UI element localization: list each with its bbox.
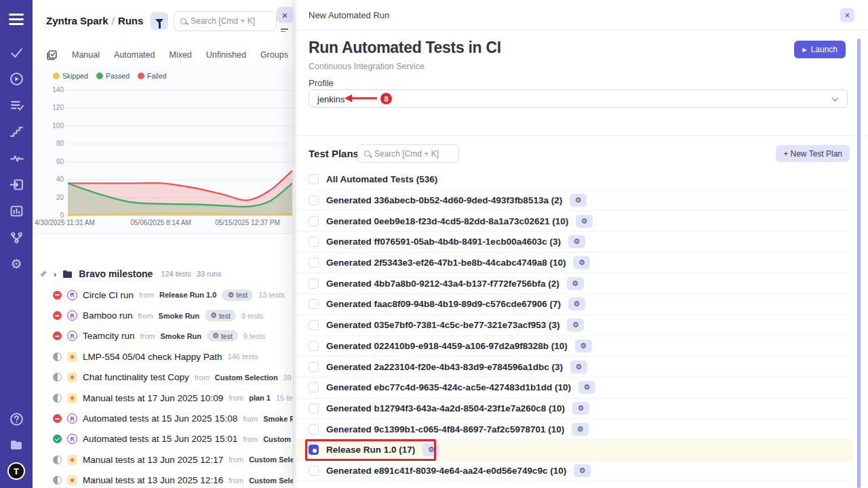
plan-settings-button[interactable]: ⚙ xyxy=(573,256,590,269)
plan-checkbox[interactable] xyxy=(309,341,319,351)
test-plan-row[interactable]: All Automated Tests (536) xyxy=(296,169,853,190)
new-test-plan-button[interactable]: + New Test Plan xyxy=(776,145,850,162)
plan-settings-button[interactable]: ⚙ xyxy=(422,443,439,456)
x-tick-label: 05/15/2025 12:37 PM xyxy=(215,219,280,226)
run-row[interactable]: RTeamcity runfromSmoke Run⚙test9 tests xyxy=(33,326,293,346)
settings-gear-icon[interactable]: ⚙ xyxy=(10,257,22,271)
scrollbar[interactable] xyxy=(857,39,861,488)
menu-icon[interactable] xyxy=(9,11,24,28)
x-tick-label: 4/30/2025 11:31 AM xyxy=(35,219,95,226)
filter-button[interactable] xyxy=(151,12,168,30)
plan-checkbox[interactable] xyxy=(309,216,319,226)
blocked-status-icon xyxy=(53,331,62,340)
test-plan-row[interactable]: Generated 035e7bf0-7381-4c5c-be77-321e73… xyxy=(296,315,853,336)
expand-chevron-icon[interactable]: › xyxy=(54,269,56,279)
plan-settings-button[interactable]: ⚙ xyxy=(568,235,585,248)
plan-checkbox[interactable] xyxy=(309,403,319,413)
plan-checkbox[interactable] xyxy=(309,258,319,268)
test-plans-search[interactable] xyxy=(357,144,459,163)
tab-automated[interactable]: Automated xyxy=(114,50,155,60)
projects-folder-icon[interactable] xyxy=(9,437,24,451)
run-row[interactable]: ∗Manual tests at 17 Jun 2025 10:09frompl… xyxy=(33,388,293,408)
branches-icon[interactable] xyxy=(9,230,24,245)
tab-manual[interactable]: Manual xyxy=(72,50,100,60)
plan-checkbox[interactable] xyxy=(309,195,319,205)
manual-run-icon: ∗ xyxy=(67,352,77,362)
plan-settings-button[interactable]: ⚙ xyxy=(572,402,589,415)
import-icon[interactable] xyxy=(9,178,24,192)
plan-label: Generated 035e7bf0-7381-4c5c-be77-321e73… xyxy=(326,320,559,330)
tab-groups[interactable]: Groups xyxy=(260,50,288,60)
test-plans-search-input[interactable] xyxy=(374,149,452,159)
plan-settings-button[interactable]: ⚙ xyxy=(574,464,591,477)
breadcrumb-page[interactable]: Runs xyxy=(118,15,144,26)
plan-checkbox[interactable] xyxy=(309,424,319,434)
runs-search[interactable] xyxy=(174,11,277,31)
plan-settings-button[interactable]: ⚙ xyxy=(570,194,587,207)
milestone-row[interactable]: › Bravo milestone 124 tests 33 runs xyxy=(33,265,294,283)
run-row[interactable]: RAutomated tests at 15 Jun 2025 15:01fro… xyxy=(33,429,293,449)
run-row[interactable]: RAutomated tests at 15 Jun 2025 15:08fro… xyxy=(33,408,293,428)
plan-checkbox[interactable] xyxy=(309,320,319,330)
plan-checkbox[interactable] xyxy=(309,445,319,455)
run-row[interactable]: RCircle CI runfromRelease Run 1.0⚙test13… xyxy=(33,285,293,305)
plans-list-check-icon[interactable] xyxy=(9,98,24,113)
plan-settings-button[interactable]: ⚙ xyxy=(576,215,593,228)
test-plan-row[interactable]: Generated faac8f09-94b8-4b19-89d9-c576cd… xyxy=(296,294,853,315)
test-plan-row[interactable]: Generated 336abecb-0b52-4d60-9ded-493f3f… xyxy=(296,190,853,211)
test-plan-row[interactable]: Generated 022410b9-e918-4459-a106-97d2a9… xyxy=(296,336,853,357)
app-logo[interactable]: T xyxy=(7,462,25,480)
tab-unfinished[interactable]: Unfinished xyxy=(206,50,246,60)
plan-settings-button[interactable]: ⚙ xyxy=(567,319,584,331)
analytics-pulse-icon[interactable] xyxy=(9,151,24,165)
select-all-icon[interactable] xyxy=(46,49,58,61)
plan-settings-button[interactable]: ⚙ xyxy=(572,423,589,436)
test-plan-row[interactable]: Generated e891c41f-8039-4e64-aa24-e0d56e… xyxy=(296,461,853,482)
plan-checkbox[interactable] xyxy=(309,299,319,309)
test-plan-row[interactable]: Generated b12794f3-643a-4a2d-8504-23f1e7… xyxy=(296,399,853,420)
annotation-arrow xyxy=(344,94,378,103)
test-plan-row[interactable]: Generated 9c1399b1-c065-4f84-8697-7af2c5… xyxy=(296,419,853,440)
reports-bar-chart-icon[interactable] xyxy=(9,204,24,218)
run-row[interactable]: ∗Manual tests at 13 Jun 2025 12:16fromCu… xyxy=(33,470,293,488)
plan-checkbox[interactable] xyxy=(309,382,319,392)
runs-play-circle-icon[interactable] xyxy=(9,72,24,86)
panel-close-button[interactable]: × xyxy=(277,7,293,23)
plan-label: Generated ff076591-05ab-4b4b-8491-1ecb00… xyxy=(326,237,561,247)
help-icon[interactable] xyxy=(9,412,24,426)
plan-checkbox[interactable] xyxy=(309,466,319,476)
test-plan-row[interactable]: Generated 4bb7a8b0-9212-43a4-b137-f772fe… xyxy=(296,273,853,294)
launch-button[interactable]: ▶ Launch xyxy=(794,41,846,58)
milestones-steps-icon[interactable] xyxy=(9,125,24,139)
test-plan-row[interactable]: Generated 2a223104-f20e-4b43-83d9-e78459… xyxy=(296,357,853,378)
run-row[interactable]: RBamboo runfromSmoke Run⚙test9 tests xyxy=(33,305,293,325)
plan-checkbox[interactable] xyxy=(309,279,319,289)
runs-search-input[interactable] xyxy=(191,16,270,26)
tests-check-icon[interactable] xyxy=(9,45,24,60)
plan-checkbox[interactable] xyxy=(309,174,319,184)
plan-settings-button[interactable]: ⚙ xyxy=(578,381,595,394)
test-plan-row[interactable]: Release Run 1.0 (17)⚙ xyxy=(296,440,853,461)
plan-checkbox[interactable] xyxy=(309,362,319,372)
plan-settings-button[interactable]: ⚙ xyxy=(570,361,587,373)
run-row[interactable]: ∗Manual tests at 13 Jun 2025 12:17fromCu… xyxy=(33,449,293,470)
plan-checkbox[interactable] xyxy=(309,237,319,247)
plan-settings-button[interactable]: ⚙ xyxy=(568,298,585,310)
run-source: plan 1 xyxy=(249,394,271,402)
panel-close-button[interactable]: × xyxy=(840,8,854,22)
run-row[interactable]: ∗LMP-554 05/04 check Happy Path146 tests xyxy=(33,346,293,367)
tab-mixed[interactable]: Mixed xyxy=(169,50,191,60)
test-plan-row[interactable]: Generated 0eeb9e18-f23d-4cd5-82dd-8a1a73… xyxy=(296,211,853,232)
x-tick-label: 05/06/2025 8:14 AM xyxy=(130,219,191,226)
plan-settings-button[interactable]: ⚙ xyxy=(575,340,592,352)
automated-run-icon: R xyxy=(67,290,77,300)
manual-run-icon: ∗ xyxy=(67,372,77,382)
breadcrumb-project[interactable]: Zyntra Spark xyxy=(46,15,108,26)
test-plan-row[interactable]: Generated ebc77c4d-9635-424c-ac5e-427483… xyxy=(296,378,853,399)
plan-settings-button[interactable]: ⚙ xyxy=(567,277,584,290)
test-plan-row[interactable]: Generated 2f5343e3-ef26-47b1-be8b-44cabc… xyxy=(296,253,853,274)
runs-tabs: ManualAutomatedMixedUnfinishedGroups xyxy=(46,45,293,65)
pin-icon[interactable] xyxy=(39,270,47,278)
test-plan-row[interactable]: Generated ff076591-05ab-4b4b-8491-1ecb00… xyxy=(296,232,853,253)
run-row[interactable]: ∗Chat functinality test CopyfromCustom S… xyxy=(33,367,293,388)
